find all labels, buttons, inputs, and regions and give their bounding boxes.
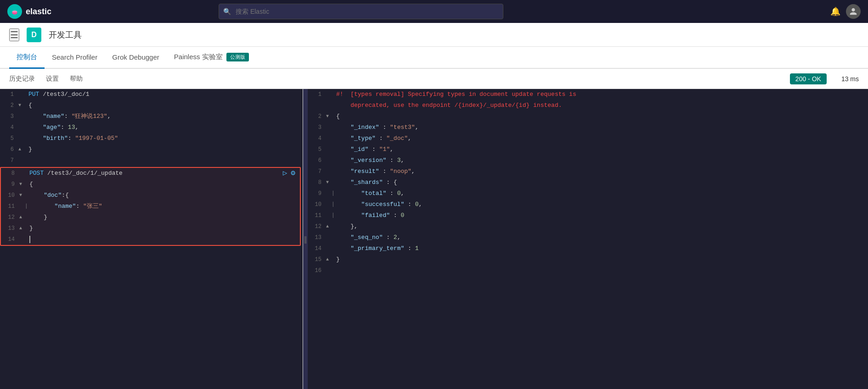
help-button[interactable]: 帮助 — [70, 75, 83, 83]
response-time-label: 13 ms — [841, 75, 859, 83]
tab-bar: 控制台 Search Profiler Grok Debugger Painle… — [0, 47, 868, 69]
table-row: 2 ▼ { — [308, 111, 868, 122]
tab-search-profiler[interactable]: Search Profiler — [45, 47, 105, 69]
notifications-icon[interactable]: 🔔 — [830, 6, 840, 17]
table-row: 16 — [308, 265, 868, 276]
elastic-brand-label: elastic — [26, 7, 51, 17]
table-row: 9 ▼ { — [1, 179, 300, 190]
run-icon[interactable]: ▷ — [283, 168, 287, 179]
search-icon: 🔍 — [223, 8, 231, 15]
app-title: 开发工具 — [49, 29, 82, 40]
copy-icon[interactable]: ⚙ — [291, 168, 295, 179]
table-row: 10 ▼ "doc":{ — [1, 190, 300, 201]
table-row: 13 "_seq_no" : 2, — [308, 232, 868, 243]
highlighted-request-block: 8 POST /test3/_doc/1/_update ▷ ⚙ 9 ▼ { — [0, 167, 301, 246]
table-row: 7 — [0, 155, 303, 166]
history-button[interactable]: 历史记录 — [9, 75, 35, 83]
main-editor-area: 1 PUT /test3/_doc/1 2 ▼ { 3 "name": "狂神说… — [0, 89, 868, 389]
status-badge: 200 - OK — [790, 73, 827, 84]
toolbar: 历史记录 设置 帮助 200 - OK 13 ms — [0, 69, 868, 89]
panel-divider[interactable]: ‖ — [303, 89, 308, 389]
table-row: 3 "_index" : "test3", — [308, 122, 868, 133]
global-search-input[interactable] — [219, 4, 503, 19]
elastic-logo[interactable]: elastic — [7, 4, 51, 19]
nav-right: 🔔 — [830, 4, 861, 19]
tab-painless-lab[interactable]: Painless 实验室 公测版 — [167, 47, 256, 69]
table-row: 10 │ "successful" : 0, — [308, 199, 868, 210]
top-nav: elastic 🔍 🔔 — [0, 0, 868, 23]
table-row: 5 "_id" : "1", — [308, 144, 868, 155]
beta-badge: 公测版 — [226, 53, 249, 61]
table-row: 6 ▲ } — [0, 144, 303, 155]
left-editor-panel[interactable]: 1 PUT /test3/_doc/1 2 ▼ { 3 "name": "狂神说… — [0, 89, 303, 389]
table-row: 8 POST /test3/_doc/1/_update ▷ ⚙ — [1, 168, 300, 179]
table-row: 8 ▼ "_shards" : { — [308, 177, 868, 188]
table-row: 11 │ "failed" : 0 — [308, 210, 868, 221]
right-code-editor: 1 #! [types removal] Specifying types in… — [308, 89, 868, 389]
table-row: 1 PUT /test3/_doc/1 — [0, 89, 303, 100]
table-row: 4 "age": 13, — [0, 122, 303, 133]
table-row: 3 "name": "狂神说123", — [0, 111, 303, 122]
table-row: 2 ▼ { — [0, 100, 303, 111]
table-row: 9 │ "total" : 0, — [308, 188, 868, 199]
app-bar: ☰ D 开发工具 — [0, 23, 868, 47]
table-row: 12 ▲ } — [1, 212, 300, 223]
table-row: 4 "_type" : "_doc", — [308, 133, 868, 144]
table-row: 14 — [1, 234, 300, 245]
user-avatar[interactable] — [846, 4, 861, 19]
table-row: 7 "result" : "noop", — [308, 166, 868, 177]
app-avatar: D — [27, 28, 41, 42]
table-row: 14 "_primary_term" : 1 — [308, 243, 868, 254]
settings-button[interactable]: 设置 — [46, 75, 59, 83]
table-row: 12 ▲ }, — [308, 221, 868, 232]
tab-console[interactable]: 控制台 — [9, 47, 45, 69]
table-row: deprecated, use the endpoint /{index}/_u… — [308, 100, 868, 111]
elastic-logo-icon — [7, 4, 22, 19]
right-editor-panel: 1 #! [types removal] Specifying types in… — [308, 89, 868, 389]
table-row: 15 ▲ } — [308, 254, 868, 265]
table-row: 13 ▲ } — [1, 223, 300, 234]
table-row: 1 #! [types removal] Specifying types in… — [308, 89, 868, 100]
tab-grok-debugger[interactable]: Grok Debugger — [105, 47, 167, 69]
table-row: 5 "birth": "1997-01-05" — [0, 133, 303, 144]
table-row: 6 "_version" : 3, — [308, 155, 868, 166]
menu-toggle-button[interactable]: ☰ — [9, 28, 19, 41]
left-code-editor[interactable]: 1 PUT /test3/_doc/1 2 ▼ { 3 "name": "狂神说… — [0, 89, 303, 389]
svg-point-2 — [12, 11, 17, 13]
table-row: 11 │ "name": "张三" — [1, 201, 300, 212]
action-icons: ▷ ⚙ — [283, 168, 300, 179]
search-bar-container: 🔍 — [219, 4, 503, 19]
